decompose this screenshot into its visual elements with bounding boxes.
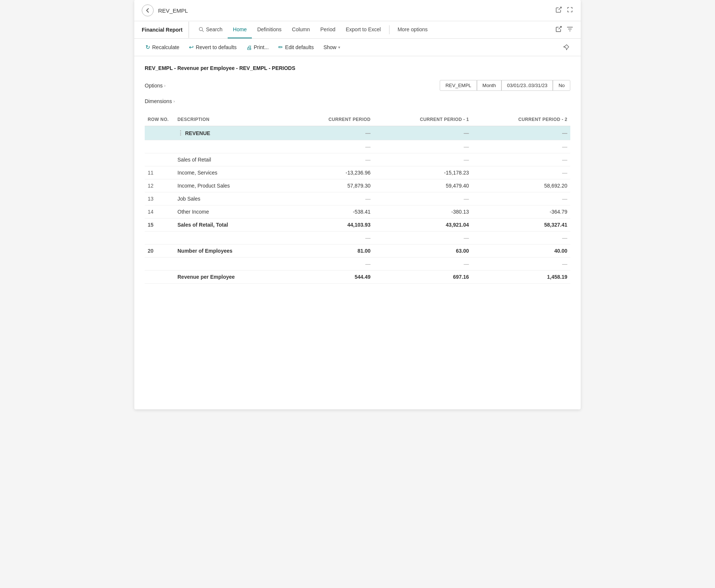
cell-current-period-2: — — [472, 192, 570, 205]
drag-handle-icon[interactable]: ⋮ — [177, 130, 185, 136]
nav-filter-icon[interactable] — [567, 26, 573, 34]
cell-row-no: 12 — [145, 179, 174, 192]
cell-current-period-2: — — [472, 258, 570, 271]
cell-description — [174, 140, 288, 153]
cell-current-period-1: — — [373, 192, 472, 205]
recalculate-icon: ↻ — [145, 44, 150, 51]
dimensions-chevron-icon: › — [173, 99, 175, 103]
recalculate-button[interactable]: ↻ Recalculate — [142, 42, 183, 53]
table-row: Revenue per Employee544.49697.161,458.19 — [145, 271, 570, 284]
nav-home[interactable]: Home — [228, 21, 252, 38]
col-header-current-period: CURRENT PERIOD — [288, 113, 373, 126]
nav-brand: Financial Report — [142, 22, 189, 38]
table-header-row: Row No. Description CURRENT PERIOD CURRE… — [145, 113, 570, 126]
revert-button[interactable]: ↩ Revert to defaults — [185, 42, 240, 53]
show-chevron-icon: ▾ — [338, 45, 340, 50]
table-row: ——— — [145, 258, 570, 271]
nav-right — [555, 26, 573, 34]
nav-more-options[interactable]: More options — [392, 21, 433, 38]
cell-description — [174, 258, 288, 271]
nav-share-icon[interactable] — [555, 26, 562, 34]
cell-description: Income, Services — [174, 166, 288, 179]
cell-row-no — [145, 271, 174, 284]
toolbar-right — [559, 42, 573, 53]
nav-search[interactable]: Search — [193, 21, 228, 38]
options-row: Options › REV_EMPL Month 03/01/23..03/31… — [145, 80, 570, 91]
cell-current-period-2: — — [472, 126, 570, 140]
cell-current-period-2: 40.00 — [472, 245, 570, 258]
cell-row-no: 11 — [145, 166, 174, 179]
col-header-row-no: Row No. — [145, 113, 174, 126]
options-chip-0[interactable]: REV_EMPL — [440, 80, 477, 91]
report-title: REV_EMPL - Revenue per Employee - REV_EM… — [145, 65, 570, 71]
cell-current-period-1: 63.00 — [373, 245, 472, 258]
cell-description — [174, 231, 288, 245]
cell-current-period: — — [288, 231, 373, 245]
cell-description: Number of Employees — [174, 245, 288, 258]
content-area: REV_EMPL - Revenue per Employee - REV_EM… — [134, 56, 581, 293]
share-icon-button[interactable] — [555, 6, 562, 15]
cell-current-period-1: — — [373, 258, 472, 271]
cell-row-no: 20 — [145, 245, 174, 258]
cell-row-no — [145, 140, 174, 153]
cell-current-period-1: — — [373, 153, 472, 166]
revert-icon: ↩ — [189, 44, 194, 51]
cell-description: Sales of Retail — [174, 153, 288, 166]
table-row: 13Job Sales——— — [145, 192, 570, 205]
cell-current-period: 544.49 — [288, 271, 373, 284]
show-button[interactable]: Show ▾ — [320, 42, 344, 52]
print-button[interactable]: 🖨 Print... — [243, 42, 272, 53]
cell-current-period: — — [288, 126, 373, 140]
dimensions-label[interactable]: Dimensions › — [145, 98, 570, 104]
report-table: Row No. Description CURRENT PERIOD CURRE… — [145, 113, 570, 284]
cell-current-period-1: — — [373, 140, 472, 153]
options-label[interactable]: Options › — [145, 83, 440, 89]
cell-current-period: 44,103.93 — [288, 218, 373, 231]
cell-current-period: -13,236.96 — [288, 166, 373, 179]
nav-export[interactable]: Export to Excel — [341, 21, 386, 38]
cell-row-no: 15 — [145, 218, 174, 231]
table-row: 15Sales of Retail, Total44,103.9343,921.… — [145, 218, 570, 231]
title-bar: REV_EMPL — [134, 0, 581, 21]
nav-definitions[interactable]: Definitions — [252, 21, 286, 38]
options-chip-1[interactable]: Month — [477, 80, 501, 91]
edit-icon: ✏ — [278, 44, 283, 51]
cell-current-period-2: 58,692.20 — [472, 179, 570, 192]
options-chip-2[interactable]: 03/01/23..03/31/23 — [501, 80, 553, 91]
cell-current-period-2: — — [472, 140, 570, 153]
nav-column[interactable]: Column — [287, 21, 315, 38]
expand-icon-button[interactable] — [567, 6, 573, 15]
cell-current-period: 81.00 — [288, 245, 373, 258]
nav-period[interactable]: Period — [315, 21, 340, 38]
col-header-current-period-2: CURRENT PERIOD - 2 — [472, 113, 570, 126]
table-row: 14Other Income-538.41-380.13-364.79 — [145, 205, 570, 218]
cell-current-period: — — [288, 258, 373, 271]
cell-current-period-2: — — [472, 166, 570, 179]
table-row: 12Income, Product Sales57,879.3059,479.4… — [145, 179, 570, 192]
nav-separator — [389, 25, 389, 34]
cell-current-period-1: -15,178.23 — [373, 166, 472, 179]
cell-current-period-2: — — [472, 153, 570, 166]
back-button[interactable] — [142, 4, 154, 16]
cell-description: Income, Product Sales — [174, 179, 288, 192]
cell-current-period-2: -364.79 — [472, 205, 570, 218]
pin-button[interactable] — [559, 42, 573, 53]
cell-description: Sales of Retail, Total — [174, 218, 288, 231]
cell-current-period: -538.41 — [288, 205, 373, 218]
edit-defaults-button[interactable]: ✏ Edit defaults — [275, 42, 317, 53]
cell-description: Revenue per Employee — [174, 271, 288, 284]
nav-bar: Financial Report Search Home Definitions… — [134, 21, 581, 39]
cell-current-period-2: — — [472, 231, 570, 245]
options-chip-3[interactable]: No — [553, 80, 570, 91]
print-icon: 🖨 — [246, 44, 252, 51]
toolbar: ↻ Recalculate ↩ Revert to defaults 🖨 Pri… — [134, 39, 581, 56]
cell-description: ⋮ REVENUE — [174, 126, 288, 140]
table-row: 20Number of Employees81.0063.0040.00 — [145, 245, 570, 258]
cell-description: Job Sales — [174, 192, 288, 205]
cell-current-period-1: — — [373, 231, 472, 245]
cell-current-period-1: 697.16 — [373, 271, 472, 284]
table-row: Sales of Retail——— — [145, 153, 570, 166]
title-actions — [555, 6, 573, 15]
cell-current-period: — — [288, 140, 373, 153]
cell-current-period-2: 1,458.19 — [472, 271, 570, 284]
